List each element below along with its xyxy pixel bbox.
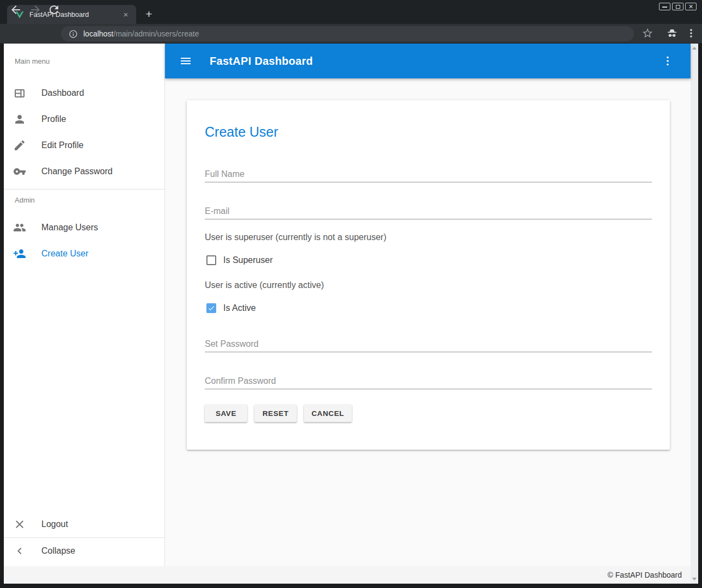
forward-arrow-icon: [29, 3, 42, 16]
save-button[interactable]: SAVE: [205, 405, 247, 422]
bookmark-button[interactable]: [642, 27, 655, 40]
is-active-checkbox[interactable]: [206, 303, 216, 313]
url-text: localhost/main/admin/users/create: [83, 29, 199, 38]
sidebar-bottom: Logout Collapse: [4, 511, 164, 564]
is-active-row[interactable]: Is Active: [205, 303, 652, 313]
dashboard-icon: [13, 87, 26, 100]
sidebar-item-edit-profile[interactable]: Edit Profile: [4, 132, 164, 158]
browser-tab[interactable]: FastAPI Dashboard ×: [7, 5, 136, 24]
sidebar-item-collapse[interactable]: Collapse: [4, 538, 164, 564]
form-buttons: SAVE RESET CANCEL: [205, 405, 652, 422]
sidebar-item-create-user[interactable]: Create User: [4, 241, 164, 267]
sidebar-item-label: Edit Profile: [41, 140, 83, 150]
sidebar-item-profile[interactable]: Profile: [4, 106, 164, 132]
window-close-button[interactable]: ✕: [685, 3, 697, 10]
sidebar-section-header-main: Main menu: [4, 55, 164, 68]
sidebar-item-label: Collapse: [41, 546, 75, 556]
sidebar-item-label: Change Password: [41, 167, 113, 176]
sidebar-item-label: Logout: [41, 519, 68, 529]
tab-close-icon[interactable]: ×: [121, 10, 131, 20]
sidebar-item-dashboard[interactable]: Dashboard: [4, 80, 164, 106]
kebab-menu-icon: [685, 27, 697, 39]
window-minimize-button[interactable]: [659, 3, 670, 10]
minimize-icon: [662, 7, 667, 8]
key-icon: [13, 165, 26, 178]
superuser-hint: User is superuser (currently is not a su…: [205, 232, 652, 242]
reload-button[interactable]: [47, 3, 60, 16]
scroll-down-arrow-icon[interactable]: [692, 578, 697, 580]
incognito-icon: [666, 27, 679, 40]
hamburger-icon: [179, 54, 192, 68]
address-bar[interactable]: localhost/main/admin/users/create: [61, 26, 634, 41]
profile-button[interactable]: [666, 27, 679, 40]
check-icon: [207, 304, 215, 312]
app-footer: © FastAPI Dashboard: [4, 566, 691, 584]
confirm-password-input[interactable]: [205, 373, 652, 389]
app-title: FastAPI Dashboard: [210, 55, 661, 68]
sidebar-item-label: Create User: [41, 249, 88, 259]
sidebar-item-manage-users[interactable]: Manage Users: [4, 215, 164, 241]
kebab-menu-icon: [661, 54, 674, 68]
app-menu-button[interactable]: [661, 54, 674, 68]
sidebar-item-label: Profile: [41, 114, 66, 124]
cancel-button[interactable]: CANCEL: [304, 405, 352, 422]
browser-menu-button[interactable]: [685, 27, 698, 40]
sidebar-item-logout[interactable]: Logout: [4, 511, 164, 537]
hamburger-menu-button[interactable]: [179, 54, 192, 68]
sidebar-item-change-password[interactable]: Change Password: [4, 158, 164, 185]
window-maximize-button[interactable]: [672, 3, 683, 10]
tab-title: FastAPI Dashboard: [29, 11, 121, 19]
back-arrow-icon: [9, 3, 22, 16]
is-superuser-label: Is Superuser: [223, 255, 273, 265]
active-hint: User is active (currently active): [205, 280, 652, 290]
page-scrollbar[interactable]: [691, 44, 698, 584]
close-icon: ✕: [686, 3, 696, 10]
browser-window: FastAPI Dashboard × + ✕ localhost/main/a…: [0, 0, 702, 588]
star-icon: [642, 27, 654, 39]
scroll-up-arrow-icon[interactable]: [692, 47, 697, 50]
sidebar-section-header-admin: Admin: [4, 194, 164, 207]
page-title: Create User: [205, 124, 652, 140]
people-icon: [13, 221, 26, 234]
tab-strip: FastAPI Dashboard × + ✕: [0, 0, 702, 24]
sidebar-item-label: Manage Users: [41, 223, 98, 232]
sidebar: Main menu Dashboard Profile Edit Profile…: [4, 44, 165, 566]
is-superuser-row[interactable]: Is Superuser: [205, 255, 652, 265]
person-add-icon: [13, 247, 26, 260]
full-name-input[interactable]: [205, 166, 652, 182]
is-superuser-checkbox[interactable]: [206, 255, 216, 265]
app-bar: FastAPI Dashboard: [165, 44, 691, 78]
person-icon: [13, 113, 26, 126]
email-input[interactable]: [205, 203, 652, 219]
chevron-left-icon: [13, 544, 26, 558]
close-x-icon: [13, 518, 26, 531]
page-info-icon[interactable]: [69, 29, 78, 39]
main-content: Create User User is superuser (currently…: [165, 78, 691, 566]
pencil-icon: [13, 139, 26, 152]
reset-button[interactable]: RESET: [254, 405, 297, 422]
copyright-text: © FastAPI Dashboard: [608, 571, 682, 579]
back-button[interactable]: [9, 3, 22, 16]
is-active-label: Is Active: [223, 303, 256, 313]
create-user-card: Create User User is superuser (currently…: [187, 100, 670, 450]
new-tab-button[interactable]: +: [142, 7, 156, 22]
forward-button[interactable]: [29, 3, 42, 16]
maximize-icon: [676, 5, 680, 9]
sidebar-divider: [4, 189, 164, 189]
reload-icon: [47, 3, 60, 16]
sidebar-item-label: Dashboard: [41, 88, 84, 98]
set-password-input[interactable]: [205, 336, 652, 352]
